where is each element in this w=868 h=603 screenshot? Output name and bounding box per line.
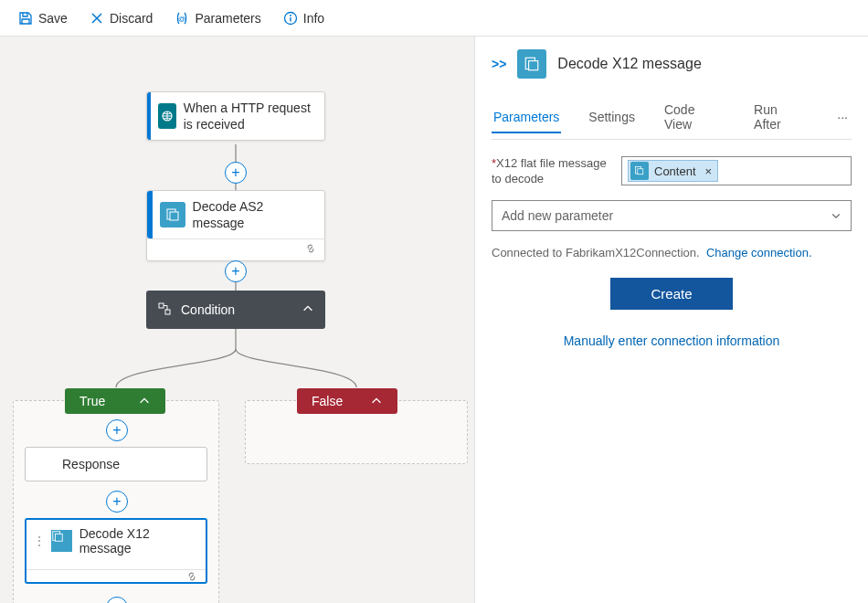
- x12-icon: [51, 530, 72, 552]
- false-header[interactable]: False: [297, 388, 397, 414]
- node-footer: [26, 569, 206, 586]
- tab-settings[interactable]: Settings: [587, 102, 637, 132]
- false-branch: False: [245, 400, 468, 464]
- collapse-panel-icon[interactable]: >>: [492, 57, 506, 71]
- chevron-up-icon: [138, 395, 151, 407]
- drag-handle-icon[interactable]: ⋮: [34, 534, 44, 547]
- decode-x12-node[interactable]: ⋮ Decode X12 message: [25, 518, 207, 584]
- svg-rect-19: [638, 169, 643, 175]
- save-icon: [18, 11, 33, 26]
- panel-tabs: Parameters Settings Code View Run After …: [492, 95, 852, 140]
- condition-node[interactable]: Condition: [146, 291, 325, 329]
- add-step-button[interactable]: +: [225, 162, 247, 184]
- discard-icon: [90, 11, 104, 26]
- condition-title: Condition: [181, 302, 235, 317]
- svg-rect-12: [165, 310, 170, 314]
- decode-as2-node[interactable]: Decode AS2 message: [146, 190, 325, 261]
- details-panel: >> Decode X12 message Parameters Setting…: [475, 37, 868, 603]
- x12-icon: [517, 49, 546, 79]
- true-label: True: [79, 394, 105, 408]
- condition-icon: [157, 302, 172, 319]
- link-icon: [185, 570, 198, 586]
- remove-token-icon[interactable]: ×: [705, 164, 713, 178]
- parameters-icon: @: [175, 11, 189, 26]
- panel-title: Decode X12 message: [557, 56, 701, 72]
- info-icon: [283, 11, 298, 26]
- node-footer: [147, 238, 324, 260]
- workflow-canvas[interactable]: When a HTTP request is received + Decode…: [0, 37, 475, 603]
- svg-rect-10: [170, 212, 178, 220]
- tab-overflow[interactable]: ···: [833, 110, 852, 124]
- parameters-label: Parameters: [195, 11, 260, 26]
- response-icon: [33, 453, 55, 475]
- chevron-up-icon: [302, 302, 314, 318]
- save-label: Save: [38, 11, 68, 26]
- http-trigger-icon: [158, 103, 176, 129]
- true-branch: True + Response + ⋮ Decode X12 message: [13, 400, 219, 603]
- tab-code-view[interactable]: Code View: [662, 95, 726, 139]
- decode-x12-title: Decode X12 message: [79, 526, 198, 555]
- svg-rect-15: [55, 534, 62, 541]
- add-step-button[interactable]: +: [106, 419, 128, 441]
- token-label: Content: [654, 164, 696, 178]
- true-header[interactable]: True: [65, 388, 165, 414]
- as2-icon: [160, 202, 185, 227]
- content-token[interactable]: Content ×: [628, 160, 718, 182]
- link-icon: [304, 242, 317, 258]
- create-button[interactable]: Create: [610, 278, 732, 310]
- info-label: Info: [303, 11, 324, 26]
- svg-text:@: @: [178, 15, 185, 23]
- tab-run-after[interactable]: Run After: [752, 95, 808, 139]
- add-parameter-placeholder: Add new parameter: [502, 208, 613, 223]
- tab-parameters[interactable]: Parameters: [492, 102, 561, 133]
- trigger-title: When a HTTP request is received: [184, 100, 317, 132]
- save-button[interactable]: Save: [9, 5, 77, 31]
- change-connection-link[interactable]: Change connection.: [706, 246, 812, 259]
- decode-as2-title: Decode AS2 message: [193, 198, 317, 231]
- add-step-button[interactable]: +: [106, 597, 128, 603]
- discard-label: Discard: [110, 11, 153, 26]
- chevron-down-icon: [831, 210, 842, 221]
- add-step-button[interactable]: +: [225, 260, 247, 282]
- response-title: Response: [62, 457, 120, 471]
- trigger-node[interactable]: When a HTTP request is received: [146, 91, 325, 141]
- x12-content-input[interactable]: Content ×: [621, 156, 852, 185]
- add-parameter-dropdown[interactable]: Add new parameter: [492, 200, 852, 231]
- svg-rect-11: [159, 303, 164, 308]
- field-label: *X12 flat file message to decode: [492, 156, 609, 187]
- response-node[interactable]: Response: [25, 447, 207, 481]
- add-step-button[interactable]: +: [106, 491, 128, 513]
- svg-rect-3: [290, 17, 291, 22]
- discard-button[interactable]: Discard: [80, 5, 162, 31]
- parameters-button[interactable]: @ Parameters: [165, 5, 270, 31]
- connection-status: Connected to FabrikamX12Connection. Chan…: [492, 246, 852, 259]
- svg-rect-17: [529, 61, 538, 70]
- false-label: False: [312, 394, 343, 408]
- info-button[interactable]: Info: [274, 5, 333, 31]
- token-icon: [630, 162, 649, 180]
- toolbar: Save Discard @ Parameters Info: [0, 0, 868, 37]
- manual-connection-link[interactable]: Manually enter connection information: [492, 333, 852, 348]
- chevron-up-icon: [370, 395, 383, 407]
- svg-point-2: [290, 15, 291, 16]
